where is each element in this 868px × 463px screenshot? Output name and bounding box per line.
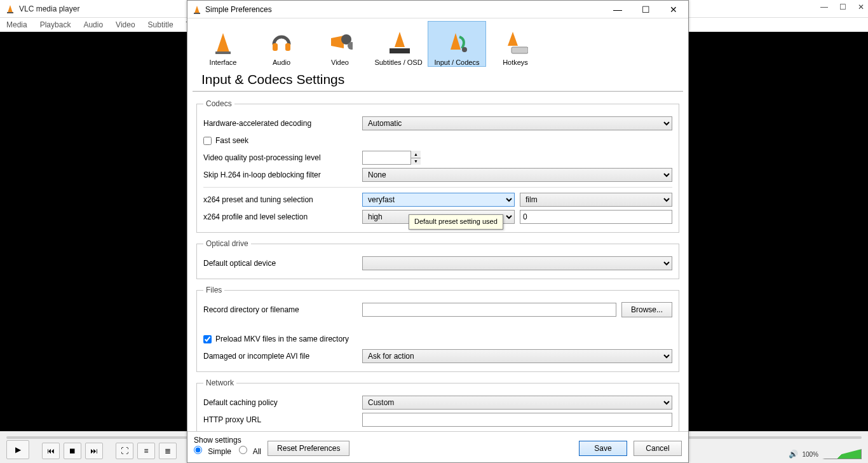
volume-percent: 100% — [802, 451, 818, 458]
prev-button[interactable]: ⏮ — [42, 443, 60, 459]
volume-slider[interactable] — [822, 449, 862, 459]
subtitles-icon — [386, 31, 411, 56]
ext-settings-button[interactable]: ≡ — [137, 443, 155, 459]
tab-hotkeys-label: Hotkeys — [503, 59, 528, 66]
dialog-titlebar: Simple Preferences — ☐ ✕ — [187, 1, 688, 18]
x264-profile-label: x264 profile and level selection — [203, 212, 362, 221]
menu-playback[interactable]: Playback — [40, 20, 71, 29]
svg-marker-11 — [395, 32, 405, 47]
save-button[interactable]: Save — [579, 441, 627, 456]
x264-tuning-select[interactable]: film — [520, 193, 672, 207]
dialog-title: Simple Preferences — [205, 5, 272, 14]
tab-input-codecs[interactable]: Input / Codecs — [428, 21, 486, 67]
preload-mkv-checkbox[interactable]: Preload MKV files in the same directory — [203, 335, 349, 343]
skip-deblock-select[interactable]: None — [362, 168, 672, 182]
svg-rect-16 — [512, 47, 528, 53]
fast-seek-input[interactable] — [203, 137, 212, 145]
hw-decoding-select[interactable]: Automatic — [362, 116, 672, 130]
main-minimize-button[interactable]: — — [820, 3, 828, 11]
svg-rect-1 — [7, 12, 13, 13]
main-maximize-button[interactable]: ☐ — [839, 3, 846, 11]
browse-button[interactable]: Browse... — [621, 302, 672, 317]
audio-icon — [269, 31, 294, 56]
group-network-legend: Network — [203, 378, 236, 387]
record-dir-input[interactable] — [362, 303, 616, 317]
cache-label: Default caching policy — [203, 398, 362, 407]
fast-seek-label: Fast seek — [215, 136, 248, 145]
x264-preset-label: x264 preset and tuning selection — [203, 195, 362, 204]
tab-hotkeys[interactable]: Hotkeys — [486, 21, 545, 67]
input-codecs-icon — [444, 31, 470, 56]
fullscreen-button[interactable]: ⛶ — [116, 443, 133, 459]
record-dir-label: Record directory or filename — [203, 305, 362, 314]
tab-subtitles[interactable]: Subtitles / OSD — [369, 21, 428, 67]
next-button[interactable]: ⏭ — [85, 443, 103, 459]
svg-point-14 — [462, 47, 467, 52]
menu-media[interactable]: Media — [6, 20, 27, 29]
preload-mkv-input[interactable] — [203, 335, 212, 343]
show-settings-label: Show settings — [194, 436, 261, 445]
tab-audio-label: Audio — [273, 59, 290, 66]
divider — [203, 187, 672, 188]
tab-subtitles-label: Subtitles / OSD — [374, 59, 422, 66]
vlc-cone-icon — [5, 4, 15, 14]
mute-icon[interactable]: 🔊 — [789, 450, 798, 459]
hotkeys-icon — [503, 31, 528, 56]
tab-interface[interactable]: Interface — [194, 21, 252, 67]
svg-rect-5 — [215, 52, 231, 54]
svg-rect-6 — [273, 43, 278, 51]
menu-audio[interactable]: Audio — [83, 20, 103, 29]
skip-deblock-label: Skip H.264 in-loop deblocking filter — [203, 170, 362, 179]
group-optical-legend: Optical drive — [203, 239, 251, 248]
x264-level-input[interactable] — [520, 210, 672, 224]
svg-marker-15 — [508, 32, 518, 46]
main-window-title: VLC media player — [19, 4, 79, 13]
tab-video[interactable]: Video — [311, 21, 369, 67]
tab-audio[interactable]: Audio — [252, 21, 311, 67]
svg-rect-12 — [390, 48, 410, 53]
group-codecs: Codecs Hardware-accelerated decoding Aut… — [196, 99, 679, 233]
pp-level-spinner[interactable]: ▲▼ — [410, 151, 421, 165]
tab-input-codecs-label: Input / Codecs — [435, 59, 480, 66]
dialog-minimize-button[interactable]: — — [612, 4, 623, 15]
dialog-cone-icon — [193, 5, 201, 14]
main-close-button[interactable]: ✕ — [858, 3, 864, 11]
tab-video-label: Video — [331, 59, 349, 66]
playlist-toggle-button[interactable]: ≣ — [159, 443, 177, 459]
avi-select[interactable]: Ask for action — [362, 349, 672, 363]
avi-label: Damaged or incomplete AVI file — [203, 352, 362, 361]
page-title: Input & Codecs Settings — [193, 69, 683, 92]
play-button[interactable]: ▶ — [6, 440, 29, 459]
svg-marker-13 — [451, 33, 461, 50]
preferences-dialog: Simple Preferences — ☐ ✕ Interface Audio… — [187, 0, 689, 463]
proxy-label: HTTP proxy URL — [203, 415, 362, 424]
optical-device-select[interactable] — [362, 256, 672, 270]
svg-marker-0 — [8, 5, 13, 13]
video-icon — [327, 31, 353, 56]
dialog-footer: Show settings Simple All Reset Preferenc… — [187, 431, 688, 462]
svg-marker-2 — [194, 6, 200, 13]
fast-seek-checkbox[interactable]: Fast seek — [203, 136, 248, 145]
hw-decoding-label: Hardware-accelerated decoding — [203, 119, 362, 128]
group-codecs-legend: Codecs — [203, 99, 234, 108]
group-files: Files Record directory or filename Brows… — [196, 286, 679, 372]
x264-preset-select[interactable]: veryfast — [362, 193, 515, 207]
svg-rect-3 — [194, 13, 200, 14]
optical-device-label: Default optical device — [203, 259, 362, 268]
tab-interface-label: Interface — [210, 59, 237, 66]
cancel-button[interactable]: Cancel — [634, 441, 682, 456]
reset-preferences-button[interactable]: Reset Preferences — [268, 441, 349, 456]
proxy-input[interactable] — [362, 413, 672, 427]
menu-subtitle[interactable]: Subtitle — [148, 20, 173, 29]
cache-select[interactable]: Custom — [362, 396, 672, 410]
main-window-controls: — ☐ ✕ — [820, 3, 864, 11]
show-simple-radio[interactable]: Simple — [194, 446, 231, 456]
group-optical: Optical drive Default optical device — [196, 239, 679, 279]
menu-video[interactable]: Video — [116, 20, 135, 29]
settings-scroll[interactable]: Codecs Hardware-accelerated decoding Aut… — [187, 92, 688, 431]
dialog-maximize-button[interactable]: ☐ — [640, 4, 651, 15]
stop-button[interactable]: ⏹ — [64, 443, 81, 459]
show-all-radio[interactable]: All — [239, 446, 261, 456]
dialog-close-button[interactable]: ✕ — [668, 4, 679, 15]
preload-mkv-label: Preload MKV files in the same directory — [215, 335, 349, 343]
